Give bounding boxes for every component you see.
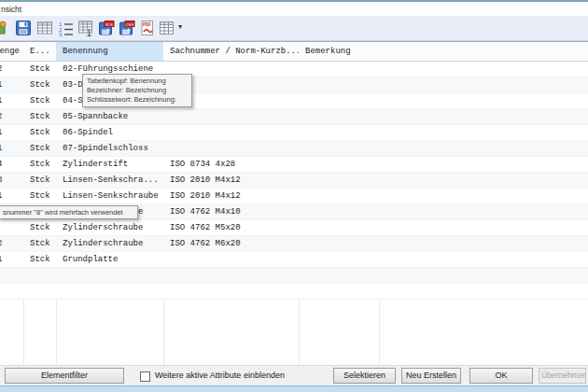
cell-menge: 1 <box>0 141 23 156</box>
save-icon[interactable] <box>15 20 32 36</box>
table-row[interactable] <box>0 268 588 284</box>
export-pdf-icon[interactable]: PDF <box>139 20 156 36</box>
attributes-checkbox-label[interactable]: Weitere aktive Attribute einblenden <box>155 371 285 380</box>
clipped-tool-icon[interactable] <box>0 20 8 36</box>
toolbar: 1 2 3 1 XLS CSV <box>0 16 588 41</box>
cell-bemerkung <box>299 189 382 203</box>
cell-menge: 1 <box>0 93 23 108</box>
cell-benennung: Linsen-Senkschra... <box>56 173 167 188</box>
cell-sachnummer <box>163 125 301 140</box>
table-row[interactable]: 2 Stck Zylinderschraube ISO 4762 M6x20 <box>0 236 588 252</box>
elementfilter-button[interactable]: Elementfilter <box>5 368 124 384</box>
table-row[interactable]: 1 Stck 06-Spindel <box>0 125 588 141</box>
table-row[interactable]: 1 Stck Linsen-Senkschraube ISO 2010 M4x1… <box>0 189 588 204</box>
cell-menge: 2 <box>0 236 23 251</box>
cell-sachnummer: ISO 4762 M6x20 <box>163 236 301 251</box>
cell-menge: 1 <box>0 125 23 140</box>
cell-menge: 1 <box>0 77 23 92</box>
export-xls-icon[interactable]: XLS <box>98 20 115 36</box>
footer-bar: Elementfilter Weitere aktive Attribute e… <box>0 365 588 386</box>
cell-sachnummer <box>163 284 301 299</box>
cell-menge: 2 <box>0 62 23 77</box>
warning-tooltip-text: snummer "8" wird mehrfach verwendet <box>3 208 123 217</box>
table-row[interactable]: 8 Stck Linsen-Senkschra... ISO 2010 M4x1… <box>0 173 588 189</box>
cell-bemerkung <box>299 284 382 299</box>
cell-benennung: Grundplatte <box>56 252 167 267</box>
table-view-icon[interactable] <box>159 20 175 36</box>
neu-erstellen-button[interactable]: Neu Erstellen <box>401 368 461 384</box>
cell-bemerkung <box>299 220 382 235</box>
cell-sachnummer <box>163 141 301 156</box>
cell-benennung: Linsen-Senkschraube <box>56 189 167 203</box>
table-row[interactable]: Stck Zylinderschraube ISO 4762 M5x20 <box>0 220 588 236</box>
column-header-sachnummer[interactable]: Sachnummer / Norm-Kurzb... <box>163 42 299 61</box>
renumber-table-icon[interactable]: 1 <box>77 20 94 36</box>
table-row[interactable]: 2 Stck 05-Spannbacke <box>0 109 588 125</box>
tooltip-line: Bezeichner: Bezeichnung <box>87 86 188 95</box>
column-header-menge[interactable]: Menge <box>0 42 23 61</box>
cell-bemerkung <box>299 236 382 251</box>
cell-benennung: Zylinderstift <box>56 157 167 172</box>
cell-benennung: 05-Spannbacke <box>56 109 167 124</box>
ok-button[interactable]: OK <box>469 368 533 384</box>
column-header-benennung[interactable]: Benennung <box>56 42 163 61</box>
table-view-dropdown-icon[interactable]: ▾ <box>178 22 182 32</box>
cell-bemerkung <box>299 204 382 219</box>
cell-menge: 8 <box>0 173 23 188</box>
cell-sachnummer <box>163 109 301 124</box>
export-csv-icon[interactable]: CSV <box>119 20 135 36</box>
cell-bemerkung <box>299 141 382 156</box>
cell-benennung <box>56 284 167 299</box>
cell-sachnummer: ISO 2010 M4x12 <box>163 173 301 188</box>
cell-bemerkung <box>299 252 382 267</box>
cell-sachnummer: ISO 4762 M5x20 <box>163 220 301 235</box>
warning-tooltip: snummer "8" wird mehrfach verwendet <box>0 205 138 219</box>
cell-benennung <box>56 268 167 283</box>
cell-sachnummer: ISO 2010 M4x12 <box>163 189 301 203</box>
svg-text:XLS: XLS <box>105 22 113 27</box>
table-row[interactable]: 4 Stck Zylinderstift ISO 8734 4x28 <box>0 157 588 173</box>
cell-sachnummer: ISO 8734 4x28 <box>163 157 301 172</box>
cell-menge <box>0 284 23 299</box>
header-tooltip: Tabellenkopf: Benennung Bezeichner: Beze… <box>82 74 192 107</box>
cell-benennung: 07-Spindelschloss <box>56 141 167 156</box>
attributes-checkbox[interactable] <box>140 371 150 382</box>
window-bottom-border <box>0 385 588 392</box>
cell-benennung: 06-Spindel <box>56 125 167 140</box>
tooltip-line: Tabellenkopf: Benennung <box>87 77 188 86</box>
table-icon[interactable] <box>36 20 53 36</box>
cell-menge: 4 <box>0 157 23 172</box>
svg-text:1: 1 <box>87 28 92 37</box>
tooltip-line: Schlüsselwort: Bezeichnung: <box>87 95 188 105</box>
cell-bemerkung <box>299 93 382 108</box>
column-header-bemerkung[interactable]: Bemerkung <box>299 42 379 61</box>
svg-text:3: 3 <box>59 32 63 36</box>
cell-bemerkung <box>299 173 382 188</box>
svg-text:CSV: CSV <box>126 22 134 27</box>
table-row[interactable]: 1 Stck 07-Spindelschloss <box>0 141 588 157</box>
menu-ansicht[interactable]: nsicht <box>1 5 21 14</box>
table-header: Menge E... Benennung Sachnummer / Norm-K… <box>0 42 588 62</box>
cell-bemerkung <box>299 62 382 77</box>
selektieren-button[interactable]: Selektieren <box>333 368 396 384</box>
bom-editor-window: nsicht 1 2 3 <box>0 0 588 392</box>
menu-bar: nsicht <box>0 2 588 16</box>
cell-bemerkung <box>299 157 382 172</box>
cell-menge: 1 <box>0 252 23 267</box>
cell-bemerkung <box>299 268 382 283</box>
cell-menge <box>0 220 23 235</box>
uebernehmen-button: Übernehmen <box>539 368 586 384</box>
cell-bemerkung <box>299 109 382 124</box>
cell-sachnummer: ISO 4762 M4x10 <box>163 204 301 219</box>
table-row[interactable]: 1 Stck Grundplatte <box>0 252 588 268</box>
cell-sachnummer <box>163 252 301 267</box>
numbered-list-icon[interactable]: 1 2 3 <box>58 20 75 36</box>
cell-bemerkung <box>299 77 382 92</box>
cell-menge: 2 <box>0 109 23 124</box>
cell-menge <box>0 268 23 283</box>
cell-benennung: Zylinderschraube <box>56 236 167 251</box>
table-row[interactable] <box>0 284 588 300</box>
cell-sachnummer <box>163 268 301 283</box>
cell-menge: 1 <box>0 189 23 203</box>
cell-bemerkung <box>299 125 382 140</box>
